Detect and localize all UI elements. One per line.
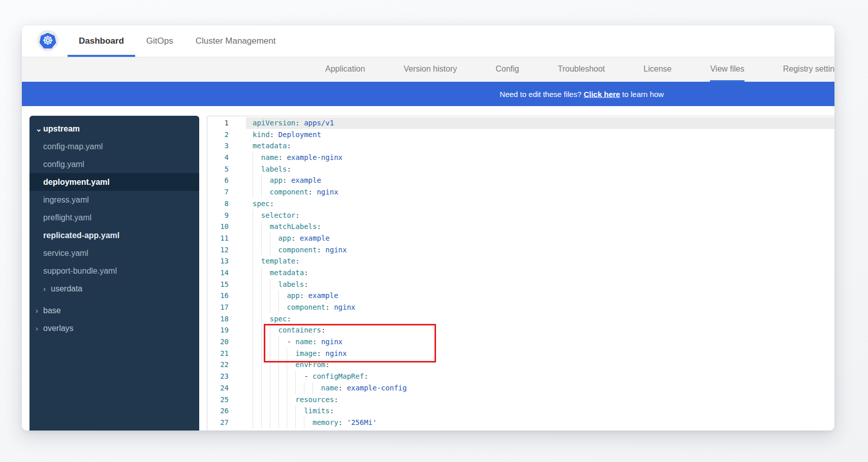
code-line-15: 15 labels: [207, 279, 834, 290]
tree-item-upstream[interactable]: ⌄upstream [29, 120, 199, 138]
tree-item-label: replicated-app.yaml [43, 231, 119, 240]
indent-guide [253, 371, 253, 382]
line-number: 1 [207, 117, 229, 129]
line-number: 10 [207, 221, 229, 233]
tree-item-deployment-yaml[interactable]: deployment.yaml [29, 173, 199, 191]
indent-guide [278, 371, 279, 382]
indent-guide [270, 382, 270, 394]
code-line-21: 21 image: nginx [207, 348, 834, 359]
line-number: 13 [207, 255, 229, 267]
code-line-12: 12 component: nginx [207, 244, 834, 256]
tree-item-config-map-yaml[interactable]: config-map.yaml [29, 138, 199, 155]
indent-guide [253, 417, 253, 428]
sub-tab-troubleshoot[interactable]: Troubleshoot [557, 57, 605, 82]
line-number: 11 [207, 233, 229, 244]
code-line-18: 18 spec: [207, 313, 834, 325]
indent-guide [295, 371, 296, 382]
top-tab-dashboard[interactable]: Dashboard [68, 25, 135, 57]
tree-item-base[interactable]: ›base [29, 302, 199, 319]
indent-guide [253, 221, 253, 233]
top-tab-cluster-management[interactable]: Cluster Management [184, 25, 287, 57]
tree-item-support-bundle-yaml[interactable]: support-bundle.yaml [29, 262, 199, 280]
kubernetes-logo-icon: ☸ [37, 30, 58, 51]
indent-guide [261, 186, 262, 198]
indent-guide [270, 244, 270, 256]
indent-guide [253, 175, 253, 186]
sub-tab-license[interactable]: License [643, 57, 671, 82]
tree-item-overlays[interactable]: ›overlays [29, 319, 199, 337]
tree-item-label: deployment.yaml [43, 178, 110, 187]
sub-tab-registry-settings[interactable]: Registry settings [783, 57, 834, 82]
top-tab-gitops[interactable]: GitOps [135, 25, 184, 57]
indent-guide [253, 186, 253, 198]
indent-guide [278, 336, 279, 348]
indent-guide [278, 417, 279, 428]
line-number: 2 [207, 129, 229, 141]
indent-guide [270, 233, 270, 244]
indent-guide [253, 244, 253, 256]
code-line-14: 14 metadata: [207, 267, 834, 279]
top-navbar: ☸ DashboardGitOpsCluster Management [22, 25, 834, 57]
indent-guide [287, 359, 287, 371]
indent-guide [253, 210, 253, 221]
page-background: ☸ DashboardGitOpsCluster Management Appl… [0, 0, 868, 462]
code-line-5: 5 labels: [207, 163, 834, 175]
indent-guide [287, 405, 287, 417]
indent-guide [287, 394, 287, 406]
line-number: 27 [207, 417, 229, 428]
line-number: 25 [207, 394, 229, 406]
code-line-7: 7 component: nginx [207, 186, 834, 198]
indent-guide [295, 417, 296, 428]
tree-item-label: config.yaml [43, 160, 84, 169]
indent-guide [295, 405, 296, 417]
top-nav-tabs: DashboardGitOpsCluster Management [68, 25, 287, 57]
sub-tab-application[interactable]: Application [325, 57, 365, 82]
code-line-13: 13 template: [207, 255, 834, 267]
yaml-code-editor[interactable]: 1apiVersion: apps/v12kind: Deployment3me… [207, 116, 834, 431]
line-number: 5 [207, 163, 229, 175]
indent-guide [261, 290, 262, 302]
line-number: 7 [207, 186, 229, 198]
code-line-23: 23 - configMapRef: [207, 371, 834, 382]
sub-tab-config[interactable]: Config [495, 57, 519, 82]
sub-tab-version-history[interactable]: Version history [404, 57, 457, 82]
code-line-9: 9 selector: [207, 210, 834, 221]
tree-item-ingress-yaml[interactable]: ingress.yaml [29, 191, 199, 209]
code-line-17: 17 component: nginx [207, 302, 834, 313]
indent-guide [304, 417, 304, 428]
sub-tab-view-files[interactable]: View files [710, 57, 744, 82]
indent-guide [253, 359, 253, 371]
tree-item-replicated-app-yaml[interactable]: replicated-app.yaml [29, 226, 199, 244]
code-line-1: 1apiVersion: apps/v1 [207, 117, 834, 129]
tree-item-preflight-yaml[interactable]: preflight.yaml [29, 209, 199, 226]
indent-guide [278, 405, 279, 417]
tree-item-service-yaml[interactable]: service.yaml [29, 244, 199, 262]
tree-item-label: preflight.yaml [43, 213, 91, 222]
line-number: 18 [207, 313, 229, 325]
tree-item-label: config-map.yaml [43, 142, 103, 151]
indent-guide [278, 359, 279, 371]
line-number: 9 [207, 210, 229, 221]
code-line-10: 10 matchLabels: [207, 221, 834, 233]
indent-guide [278, 382, 279, 394]
indent-guide [261, 417, 262, 428]
code-line-2: 2kind: Deployment [207, 129, 834, 141]
tree-item-userdata[interactable]: ›userdata [29, 280, 199, 298]
tree-item-label: userdata [51, 284, 82, 293]
indent-guide [253, 255, 253, 267]
line-number: 16 [207, 290, 229, 302]
tree-item-config-yaml[interactable]: config.yaml [29, 155, 199, 173]
indent-guide [270, 324, 270, 336]
indent-guide [253, 382, 253, 394]
indent-guide [270, 371, 270, 382]
banner-click-here-link[interactable]: Click here [583, 90, 620, 98]
line-number: 3 [207, 140, 229, 152]
indent-guide [270, 348, 270, 359]
app-sub-navbar: ApplicationVersion historyConfigTroubles… [22, 57, 834, 82]
chevron-down-icon: ⌄ [36, 124, 43, 134]
line-number: 24 [207, 382, 229, 394]
indent-guide [253, 394, 253, 406]
indent-guide [261, 359, 262, 371]
tree-item-label: base [43, 306, 61, 315]
indent-guide [261, 324, 262, 336]
